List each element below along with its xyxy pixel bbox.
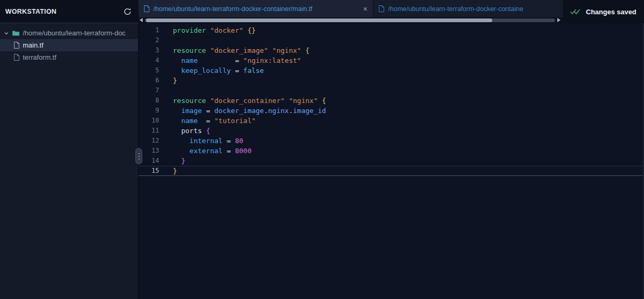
- save-status-label: Changes saved: [586, 8, 636, 16]
- code-text: keep_locally = false: [167, 66, 264, 76]
- panel-resize-handle[interactable]: [135, 148, 142, 164]
- file-tree-item[interactable]: main.tf: [0, 39, 138, 51]
- code-line[interactable]: 9 image = docker_image.nginx.image_id: [139, 106, 644, 116]
- code-lines: 1provider "docker" {}23resource "docker_…: [139, 25, 644, 176]
- line-number: 11: [139, 126, 167, 136]
- line-number: 9: [139, 106, 167, 116]
- code-line[interactable]: 6}: [139, 76, 644, 86]
- main-area: /home/ubuntu/learn-terraform-docmain.tft…: [0, 23, 644, 299]
- code-text: internal = 80: [167, 136, 243, 146]
- line-number: 4: [139, 55, 167, 66]
- tab-bar: /home/ubuntu/learn-terraform-docker-cont…: [139, 0, 564, 23]
- line-number: 14: [139, 156, 167, 166]
- code-text: name = "nginx:latest": [167, 55, 301, 66]
- code-text: resource "docker_image" "nginx" {: [167, 45, 309, 55]
- code-line[interactable]: 13 external = 8000: [139, 146, 644, 156]
- code-line[interactable]: 15}: [139, 166, 644, 176]
- refresh-button[interactable]: [123, 7, 132, 16]
- editor-tab[interactable]: /home/ubuntu/learn-terraform-docker-cont…: [139, 0, 373, 17]
- code-text: }: [167, 156, 185, 166]
- line-number: 3: [139, 45, 167, 55]
- tab-label: /home/ubuntu/learn-terraform-docker-cont…: [388, 5, 558, 13]
- file-explorer: /home/ubuntu/learn-terraform-docmain.tft…: [0, 23, 139, 299]
- horizontal-scrollbar[interactable]: [139, 17, 564, 23]
- scroll-left-icon[interactable]: [140, 18, 143, 22]
- code-text: }: [167, 166, 177, 175]
- editor-tab[interactable]: /home/ubuntu/learn-terraform-docker-cont…: [373, 0, 564, 17]
- line-number: 8: [139, 96, 167, 106]
- code-line[interactable]: 5 keep_locally = false: [139, 66, 644, 76]
- code-line[interactable]: 12 internal = 80: [139, 136, 644, 146]
- code-text: [167, 86, 173, 96]
- code-text: provider "docker" {}: [167, 25, 256, 35]
- code-line[interactable]: 4 name = "nginx:latest": [139, 55, 644, 66]
- file-tree-item[interactable]: terraform.tf: [0, 51, 138, 63]
- line-number: 5: [139, 66, 167, 76]
- line-number: 13: [139, 146, 167, 156]
- line-number: 12: [139, 136, 167, 146]
- code-editor[interactable]: 1provider "docker" {}23resource "docker_…: [139, 23, 644, 299]
- code-line[interactable]: 7: [139, 86, 644, 96]
- folder-icon: [12, 30, 20, 36]
- line-number: 15: [139, 166, 167, 175]
- code-text: [167, 35, 173, 45]
- code-line[interactable]: 10 name = "tutorial": [139, 116, 644, 126]
- save-status: Changes saved: [564, 0, 644, 23]
- line-number: 2: [139, 35, 167, 45]
- file-tree-label: /home/ubuntu/learn-terraform-doc: [23, 29, 125, 37]
- file-icon: [144, 5, 150, 12]
- file-tree-folder[interactable]: /home/ubuntu/learn-terraform-doc: [0, 27, 138, 39]
- double-check-icon: [570, 8, 582, 15]
- sidebar-header: WORKSTATION: [0, 0, 139, 23]
- code-text: ports {: [167, 126, 210, 136]
- refresh-icon: [123, 7, 132, 16]
- code-line[interactable]: 14 }: [139, 156, 644, 166]
- code-text: resource "docker_container" "nginx" {: [167, 96, 326, 106]
- file-icon: [379, 5, 384, 12]
- code-line[interactable]: 1provider "docker" {}: [139, 25, 644, 35]
- chevron-down-icon: [4, 31, 9, 36]
- code-text: }: [167, 76, 177, 86]
- code-line[interactable]: 8resource "docker_container" "nginx" {: [139, 96, 644, 106]
- code-line[interactable]: 2: [139, 35, 644, 45]
- code-text: external = 8000: [167, 146, 252, 156]
- file-tree-label: terraform.tf: [23, 53, 57, 61]
- top-bar: WORKSTATION /home/ubuntu/learn-terraform…: [0, 0, 644, 23]
- code-text: name = "tutorial": [167, 116, 256, 126]
- tab-close-icon[interactable]: ×: [363, 5, 367, 13]
- file-tree-label: main.tf: [23, 41, 43, 49]
- file-icon: [14, 42, 20, 49]
- scrollbar-thumb[interactable]: [146, 18, 492, 22]
- line-number: 10: [139, 116, 167, 126]
- code-line[interactable]: 3resource "docker_image" "nginx" {: [139, 45, 644, 55]
- tabs-row: /home/ubuntu/learn-terraform-docker-cont…: [139, 0, 564, 17]
- line-number: 1: [139, 25, 167, 35]
- tab-label: /home/ubuntu/learn-terraform-docker-cont…: [153, 5, 356, 13]
- code-text: image = docker_image.nginx.image_id: [167, 106, 326, 116]
- file-icon: [14, 54, 20, 61]
- scroll-right-icon[interactable]: [557, 18, 560, 22]
- line-number: 6: [139, 76, 167, 86]
- line-number: 7: [139, 86, 167, 96]
- workstation-title: WORKSTATION: [5, 8, 57, 15]
- code-line[interactable]: 11 ports {: [139, 126, 644, 136]
- file-tree: /home/ubuntu/learn-terraform-docmain.tft…: [0, 27, 138, 63]
